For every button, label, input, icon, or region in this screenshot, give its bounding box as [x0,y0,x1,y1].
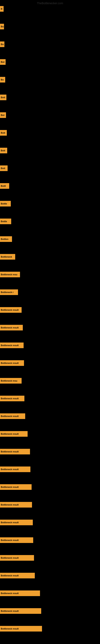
bar-item: Bottleneck resu [0,272,20,277]
bar-label: Bott [1,167,5,170]
bar-item: Bottleneck [0,254,15,260]
bar-label: Bottleneck result [1,450,19,453]
bar-item: Bo [0,42,4,47]
bar-label: Bott [1,132,5,134]
bar-label: Bott [1,149,5,152]
bar-item: Bottle [0,218,11,224]
bar-label: Bottleneck resu [1,380,17,382]
bar-label: Bot [1,114,4,116]
bar-label: Bottleneck result [1,521,19,524]
bar-item: Bottle [0,201,11,206]
bar-label: Bot [1,61,4,63]
bar-label: Bottlen [1,238,8,240]
bar-label: Bottl [1,185,6,187]
bar-label: Bottleneck result [1,397,19,400]
bar-label: Bottleneck result [1,309,19,311]
bar-label: Bottleneck result [1,433,19,435]
bar-label: Bottleneck [1,256,12,258]
bar-item: Bo [0,24,4,30]
bar-item: Bottleneck result [0,342,24,348]
bar-item: Bottleneck result [0,396,24,401]
bar-item: Bott [0,166,8,171]
bar-item: B [0,6,3,12]
bar-label: Bottleneck result [1,504,19,506]
bar-label: B [1,8,2,10]
bar-item: Bottleneck result [0,537,33,543]
bar-label: Bottleneck result [1,539,19,541]
bar-label: Bottleneck result [1,362,19,364]
bar-label: Bott [1,96,5,98]
bar-label: Bottleneck result [1,326,19,329]
bar-label: Bottleneck result [1,468,19,470]
bar-item: Bottleneck result [0,360,24,366]
bar-item: Bottleneck result [0,573,35,578]
bar-label: Bo [1,25,4,28]
bar-label: Bo [1,78,4,81]
bar-item: Bott [0,130,7,136]
site-title: TheBottlenecker.com [37,2,63,5]
bar-label: Bottleneck result [1,557,19,559]
bar-label: Bottleneck result [1,592,19,594]
bar-label: Bottleneck result [1,415,19,418]
bar-label: Bottleneck r [1,291,14,294]
bar-item: Bottlen [0,236,12,242]
bar-item: Bottleneck result [0,307,22,313]
bar-item: Bottleneck result [0,502,32,508]
bar-label: Bottleneck result [1,486,19,488]
bar-item: Bottleneck result [0,626,42,632]
bar-item: Bot [0,112,6,118]
bar-item: Bottleneck result [0,590,40,596]
bar-label: Bottle [1,220,7,222]
bar-item: Bott [0,148,7,153]
bar-label: Bottleneck resu [1,273,17,276]
bar-item: Bottleneck result [0,520,33,525]
bar-item: Bottleneck result [0,449,30,454]
bar-item: Bottleneck result [0,555,34,561]
bar-item: Bottleneck resu [0,378,22,384]
bar-item: Bottleneck result [0,431,28,437]
bar-item: Bo [0,77,5,82]
bar-item: Bot [0,59,6,65]
bar-label: Bottleneck result [1,574,19,577]
bar-label: Bo [1,43,4,46]
bar-item: Bott [0,94,6,100]
bar-item: Bottleneck result [0,608,41,614]
bar-label: Bottleneck result [1,344,19,346]
bar-label: Bottleneck result [1,628,19,630]
bar-item: Bottleneck result [0,484,32,490]
bar-item: Bottl [0,183,9,189]
bar-label: Bottle [1,202,7,205]
bar-item: Bottleneck r [0,290,18,295]
bar-label: Bottleneck result [1,610,19,612]
bar-item: Bottleneck result [0,325,23,330]
bar-item: Bottleneck result [0,466,30,472]
bar-item: Bottleneck result [0,413,25,419]
